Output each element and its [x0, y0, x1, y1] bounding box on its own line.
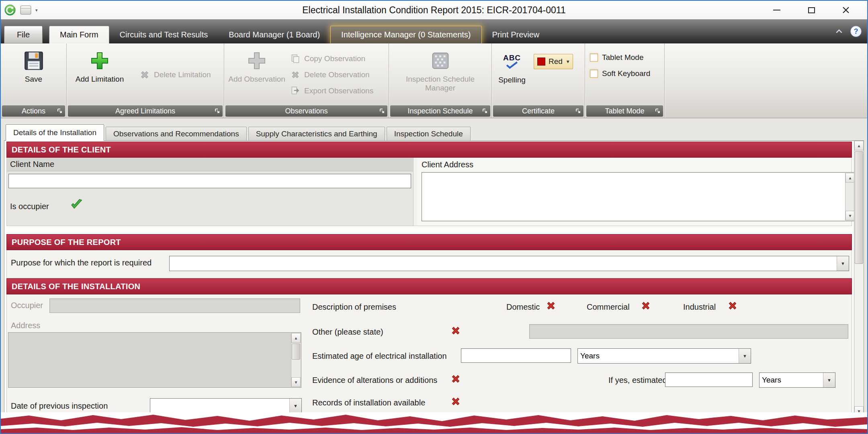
close-button[interactable] — [829, 2, 863, 18]
group-label-certificate: Certificate — [493, 105, 583, 117]
date-previous-inspection-combobox[interactable]: ▼ — [150, 398, 302, 413]
group-label-observations: Observations — [225, 105, 387, 117]
is-occupier-check-icon[interactable] — [70, 199, 83, 210]
inspection-schedule-manager-button: Inspection Schedule Manager — [402, 45, 479, 105]
scroll-up-icon[interactable]: ▲ — [845, 173, 855, 183]
section-client-body: Client Name Is occupier Client Address ▲… — [6, 158, 852, 226]
save-button[interactable]: Save — [6, 45, 62, 105]
add-limitation-button[interactable]: Add Limitation — [69, 45, 130, 105]
red-swatch-icon — [537, 58, 545, 66]
section-banner-installation: DETAILS OF THE INSTALLATION — [6, 278, 852, 294]
qat-customize-caret-icon[interactable]: ▾ — [35, 8, 38, 13]
purpose-combobox[interactable]: ▼ — [169, 256, 849, 271]
app-window: ▾ Electrical Installation Condition Repo… — [0, 0, 868, 434]
window-controls — [760, 1, 863, 19]
commercial-cross-icon[interactable] — [640, 300, 651, 311]
content-scrollbar[interactable]: ▲ ▼ — [854, 141, 864, 416]
scroll-thumb[interactable] — [292, 343, 300, 360]
ribbon-group-tablet-mode: Tablet Mode Soft Keyboard Tablet Mode — [585, 43, 665, 118]
group-label-tablet-mode: Tablet Mode — [586, 105, 663, 117]
domestic-label: Domestic — [506, 302, 540, 312]
dialog-launcher-icon[interactable] — [379, 108, 385, 114]
date-previous-inspection-label: Date of previous inspection — [11, 401, 108, 411]
spelling-button[interactable]: ABC Spelling — [494, 45, 530, 105]
if-yes-age-input[interactable] — [665, 372, 753, 387]
address-scrollbar[interactable]: ▲ ▼ — [291, 333, 301, 387]
checkbox-icon — [590, 70, 598, 78]
ribbon-empty-area — [665, 43, 867, 118]
scroll-down-icon[interactable]: ▼ — [845, 211, 855, 220]
description-of-premises-label: Description of premises — [312, 302, 396, 312]
address-label: Address — [11, 321, 40, 330]
tab-inspection-schedule[interactable]: Inspection Schedule — [387, 127, 471, 140]
title-bar: ▾ Electrical Installation Condition Repo… — [1, 1, 867, 19]
add-plus-icon — [89, 50, 111, 72]
chevron-down-icon[interactable]: ▼ — [739, 349, 751, 363]
delete-cross-icon — [139, 69, 150, 80]
tab-details-of-installation[interactable]: Details of the Installation — [6, 124, 104, 141]
chevron-down-icon[interactable]: ▼ — [289, 399, 301, 413]
installation-left-column: Occupier Address ▲ ▼ Date of previous in… — [7, 294, 303, 415]
commercial-label: Commercial — [587, 302, 630, 312]
other-cross-icon[interactable] — [450, 325, 461, 336]
help-icon[interactable]: ? — [850, 26, 862, 37]
spelling-abc-icon: ABC — [503, 50, 521, 72]
evidence-cross-icon[interactable] — [450, 373, 461, 385]
ribbon-group-inspection-schedule: Inspection Schedule Manager Inspection S… — [389, 43, 492, 118]
estimated-age-unit-combobox[interactable]: Years ▼ — [577, 348, 751, 364]
minimize-button[interactable] — [760, 2, 794, 18]
scroll-down-icon[interactable]: ▼ — [291, 377, 301, 387]
is-occupier-label: Is occupier — [10, 202, 49, 211]
domestic-cross-icon[interactable] — [545, 300, 557, 311]
tablet-mode-checkbox[interactable]: Tablet Mode — [590, 53, 662, 62]
client-address-scrollbar[interactable]: ▲ ▼ — [845, 173, 855, 220]
scroll-up-icon[interactable]: ▲ — [854, 141, 864, 150]
purpose-label: Purpose for which the report is required — [11, 258, 151, 267]
industrial-cross-icon[interactable] — [727, 300, 738, 311]
client-name-input[interactable] — [8, 174, 411, 188]
ribbon-tab-circuits[interactable]: Circuits and Test Results — [109, 26, 219, 43]
scroll-thumb[interactable] — [855, 151, 863, 264]
records-cross-icon[interactable] — [450, 396, 461, 407]
if-yes-unit-combobox[interactable]: Years ▼ — [759, 372, 835, 388]
ribbon-group-actions: Save Actions — [1, 43, 67, 118]
section-purpose-body: Purpose for which the report is required… — [6, 250, 852, 278]
client-address-textarea[interactable]: ▲ ▼ — [422, 172, 856, 221]
quick-window-icon[interactable] — [20, 5, 31, 15]
tab-supply-characteristics[interactable]: Supply Characteristics and Earthing — [248, 127, 385, 140]
ribbon-tab-print-preview[interactable]: Print Preview — [482, 26, 550, 43]
collapse-ribbon-icon[interactable] — [835, 28, 843, 35]
dialog-launcher-icon[interactable] — [655, 108, 661, 114]
group-label-inspection-schedule: Inspection Schedule — [390, 105, 490, 117]
chevron-down-icon[interactable]: ▼ — [837, 256, 849, 271]
chevron-down-icon: ▼ — [566, 59, 570, 64]
ribbon-tab-board-manager[interactable]: Board Manager (1 Board) — [218, 26, 330, 43]
add-observation-button: Add Observation — [227, 45, 287, 105]
ribbon-tab-file[interactable]: File — [4, 26, 43, 43]
client-name-panel: Client Name Is occupier — [7, 158, 414, 226]
ribbon-tab-intelligence-manager[interactable]: Intelligence Manager (0 Statements) — [330, 26, 481, 43]
ribbon-tab-main-form[interactable]: Main Form — [49, 26, 109, 43]
section-installation-body: Occupier Address ▲ ▼ Date of previous in… — [6, 294, 852, 416]
export-icon — [290, 86, 301, 96]
dialog-launcher-icon[interactable] — [482, 108, 488, 114]
app-icon[interactable] — [4, 4, 16, 16]
soft-keyboard-checkbox[interactable]: Soft Keyboard — [590, 69, 662, 78]
certificate-color-dropdown[interactable]: Red ▼ — [534, 54, 573, 69]
other-please-state-label: Other (please state) — [312, 327, 383, 337]
maximize-button[interactable] — [794, 2, 829, 18]
ribbon-tab-strip: File Main Form Circuits and Test Results… — [1, 19, 867, 43]
tab-observations-recommendations[interactable]: Observations and Recommendations — [106, 127, 247, 140]
group-label-agreed-limitations: Agreed Limitations — [68, 105, 223, 117]
client-address-panel: Client Address ▲ ▼ — [418, 158, 852, 226]
copy-icon — [290, 53, 301, 64]
estimated-age-input[interactable] — [461, 348, 571, 363]
dialog-launcher-icon[interactable] — [214, 108, 221, 114]
save-icon — [23, 50, 45, 72]
dialog-launcher-icon[interactable] — [57, 108, 63, 114]
dialog-launcher-icon[interactable] — [575, 108, 581, 114]
evidence-label: Evidence of alterations or additions — [312, 376, 437, 385]
occupier-input — [49, 298, 300, 313]
scroll-up-icon[interactable]: ▲ — [291, 333, 301, 343]
chevron-down-icon[interactable]: ▼ — [823, 373, 835, 387]
